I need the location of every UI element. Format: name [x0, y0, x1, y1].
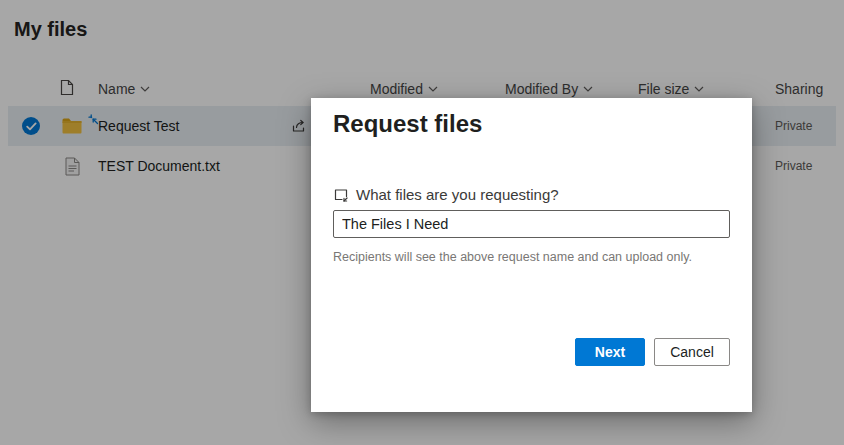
- cancel-button[interactable]: Cancel: [654, 338, 730, 366]
- request-name-label-text: What files are you requesting?: [356, 186, 559, 203]
- next-button[interactable]: Next: [575, 338, 645, 366]
- request-name-label: What files are you requesting?: [333, 186, 559, 203]
- request-files-icon: [333, 187, 349, 203]
- request-name-input[interactable]: [333, 210, 730, 238]
- request-helper-text: Recipients will see the above request na…: [333, 250, 692, 264]
- dialog-title: Request files: [333, 110, 482, 138]
- dialog-footer: Next Cancel: [575, 338, 730, 366]
- request-files-dialog: Request files What files are you request…: [311, 98, 752, 412]
